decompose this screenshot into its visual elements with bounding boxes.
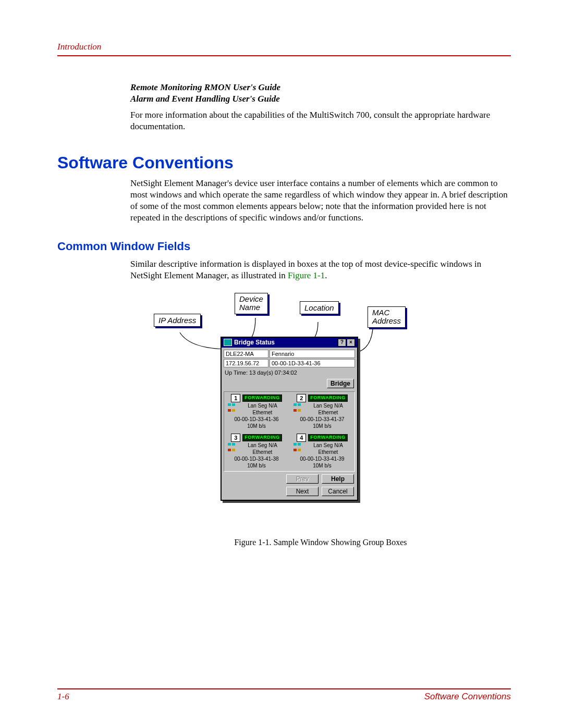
port-mac: 00-00-1D-33-41-39 [292,455,352,462]
figure-caption: Figure 1-1. Sample Window Showing Group … [130,538,511,547]
software-conventions-paragraph: NetSight Element Manager's device user i… [130,178,511,224]
intro-paragraph: For more information about the capabilit… [130,109,511,132]
port-number: 3 [231,434,240,442]
mac-address-field: 00-00-1D-33-41-36 [270,359,355,367]
port-type: Ethernet [238,409,287,416]
port-4[interactable]: 4FORWARDINGLan Seg N/AEthernet00-00-1D-3… [292,434,352,469]
port-speed: 10M b/s [292,423,352,429]
port-icon [292,443,302,451]
heading-software-conventions: Software Conventions [57,153,511,172]
port-mac: 00-00-1D-33-41-36 [226,416,287,423]
port-speed: 10M b/s [226,462,287,469]
window-icon [224,339,232,346]
ports-frame: 1FORWARDINGLan Seg N/AEthernet00-00-1D-3… [224,391,355,472]
port-seg: Lan Seg N/A [238,402,287,409]
next-button[interactable]: Next [286,487,319,496]
guide-alarm: Alarm and Event Handling User's Guide [130,94,511,104]
port-type: Ethernet [304,409,352,416]
footer-page-number: 1-6 [57,692,69,701]
help-button[interactable]: Help [322,474,354,484]
window-title: Bridge Status [234,339,275,346]
port-1[interactable]: 1FORWARDINGLan Seg N/AEthernet00-00-1D-3… [226,394,287,429]
port-number: 4 [297,434,306,442]
figure-1-1: IP Address DeviceName Location MACAddres… [175,292,467,532]
common-fields-paragraph: Similar descriptive information is displ… [130,258,511,281]
prev-button[interactable]: Prev [286,474,319,484]
header-section: Introduction [57,42,101,52]
guide-rmon: Remote Monitoring RMON User's Guide [130,82,511,93]
close-icon[interactable]: × [347,339,355,347]
footer-section: Software Conventions [424,692,511,702]
uptime-field: Up Time: 13 day(s) 07:34:02 [224,368,355,378]
cancel-button[interactable]: Cancel [322,487,354,496]
port-type: Ethernet [238,449,287,455]
port-type: Ethernet [304,449,352,455]
page-header: Introduction [57,42,511,56]
port-speed: 10M b/s [226,423,287,429]
port-state: FORWARDING [308,394,347,402]
heading-common-window-fields: Common Window Fields [57,240,511,253]
cf-para-b: . [325,270,327,280]
callout-mac-address: MACAddress [368,306,406,328]
port-number: 1 [231,394,240,402]
port-seg: Lan Seg N/A [304,442,352,449]
port-speed: 10M b/s [292,462,352,469]
port-seg: Lan Seg N/A [304,402,352,409]
port-icon [292,403,302,412]
help-icon[interactable]: ? [338,339,346,347]
window-titlebar[interactable]: Bridge Status ? × [222,338,357,348]
bridge-button[interactable]: Bridge [327,379,354,388]
page-footer: 1-6 Software Conventions [57,688,511,702]
port-state: FORWARDING [308,434,347,441]
port-icon [226,403,237,412]
figure-link[interactable]: Figure 1-1 [288,270,325,280]
device-name-field: DLE22-MA [224,350,268,358]
port-state: FORWARDING [242,394,282,402]
callout-ip-address: IP Address [154,314,201,327]
port-3[interactable]: 3FORWARDINGLan Seg N/AEthernet00-00-1D-3… [226,434,287,469]
bridge-status-window: Bridge Status ? × DLE22-MA Fennario 172.… [221,337,358,501]
port-seg: Lan Seg N/A [238,442,287,449]
location-field: Fennario [270,350,355,358]
port-mac: 00-00-1D-33-41-37 [292,416,352,423]
port-state: FORWARDING [242,434,282,441]
port-mac: 00-00-1D-33-41-38 [226,455,287,462]
port-number: 2 [297,394,306,402]
port-icon [226,443,237,451]
ip-address-field: 172.19.56.72 [224,359,268,367]
callout-location: Location [300,301,339,314]
port-2[interactable]: 2FORWARDINGLan Seg N/AEthernet00-00-1D-3… [292,394,352,429]
callout-device-name: DeviceName [235,293,268,314]
